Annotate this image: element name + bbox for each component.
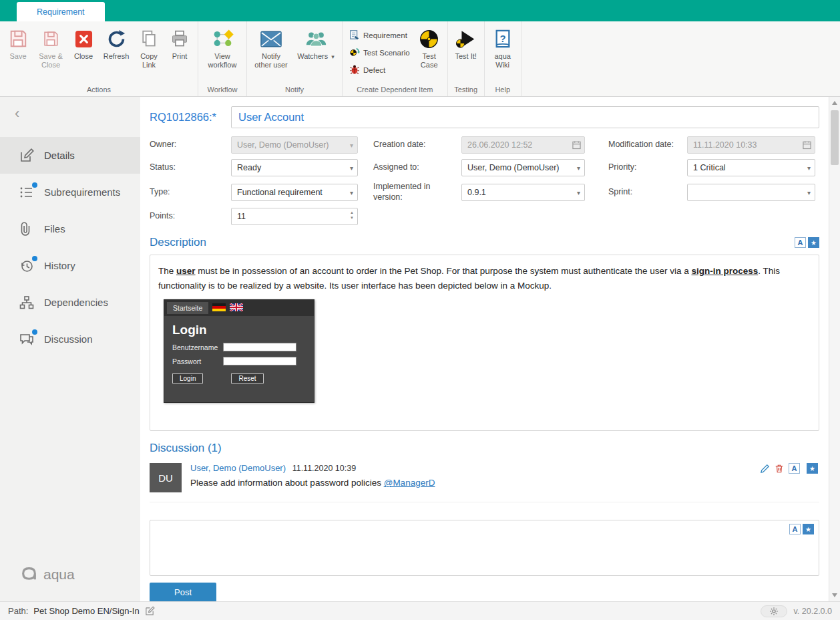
tab-requirement[interactable]: Requirement bbox=[17, 2, 105, 21]
ribbon-group-create-dependent-item: Requirement Test Scenario Defect bbox=[343, 21, 448, 96]
calendar-icon bbox=[572, 141, 581, 150]
chevron-down-icon: ▾ bbox=[807, 164, 811, 172]
format-text-icon[interactable]: A bbox=[789, 463, 800, 474]
requirement-form: Owner: User, Demo (DemoUser) ▾ Creation … bbox=[150, 136, 819, 225]
creation-date-field: 26.06.2020 12:52 bbox=[461, 136, 585, 154]
mockup-reset-button: Reset bbox=[231, 373, 263, 383]
print-label: Print bbox=[172, 52, 188, 61]
sprint-select[interactable]: ▾ bbox=[687, 184, 815, 201]
type-select[interactable]: Functional requirement ▾ bbox=[231, 184, 358, 201]
vertical-scrollbar[interactable] bbox=[829, 97, 840, 601]
format-text-icon[interactable]: A bbox=[795, 237, 806, 248]
description-editor[interactable]: The user must be in possession of an acc… bbox=[150, 255, 819, 431]
priority-select[interactable]: 1 Critical ▾ bbox=[687, 159, 815, 176]
comment-timestamp: 11.11.2020 10:39 bbox=[292, 464, 356, 473]
implemented-in-version-select[interactable]: 0.9.1 ▾ bbox=[461, 184, 585, 201]
new-comment-input[interactable]: A ★ bbox=[150, 520, 819, 576]
refresh-button[interactable]: Refresh bbox=[99, 24, 133, 63]
save-label: Save bbox=[9, 52, 26, 61]
create-requirement-label: Requirement bbox=[363, 31, 407, 39]
create-test-case-button[interactable]: Test Case bbox=[415, 24, 444, 72]
format-star-icon[interactable]: ★ bbox=[803, 524, 814, 534]
ribbon-group-create-dependent-item-label: Create Dependent Item bbox=[345, 84, 445, 96]
login-mockup-image: Startseite Login Benutzername Passwort bbox=[164, 299, 314, 403]
collapse-sidebar-button[interactable]: ‹ bbox=[0, 97, 140, 125]
scroll-down-arrow[interactable] bbox=[832, 593, 837, 597]
copy-link-button[interactable]: Copy Link bbox=[134, 24, 164, 72]
implemented-in-version-label: Implemented in version: bbox=[373, 182, 461, 202]
settings-gear-button[interactable] bbox=[761, 605, 787, 617]
ribbon-group-help: ? aqua Wiki Help bbox=[485, 21, 521, 96]
creation-date-label: Creation date: bbox=[373, 140, 461, 150]
envelope-icon bbox=[260, 27, 282, 51]
watchers-button[interactable]: Watchers ▾ bbox=[293, 24, 339, 63]
edit-comment-icon[interactable] bbox=[760, 464, 770, 474]
comment-mention-link[interactable]: @ManagerD bbox=[384, 478, 435, 488]
sidebar-item-files-label: Files bbox=[44, 223, 65, 235]
print-button[interactable]: Print bbox=[165, 24, 194, 63]
post-button[interactable]: Post bbox=[150, 583, 216, 601]
path-value: Pet Shop Demo EN/Sign-In bbox=[33, 606, 139, 616]
status-select[interactable]: Ready ▾ bbox=[231, 159, 358, 176]
points-input[interactable]: 11 ▲ ▼ bbox=[231, 208, 358, 225]
title-strip: Requirement bbox=[0, 0, 840, 21]
description-heading: Description bbox=[150, 236, 206, 249]
aqua-logo-icon bbox=[20, 566, 38, 583]
ribbon-group-notify-label: Notify bbox=[250, 84, 339, 96]
save-and-close-icon bbox=[42, 27, 59, 51]
gear-icon bbox=[769, 607, 779, 616]
view-workflow-label: View workflow bbox=[205, 52, 240, 69]
format-star-icon[interactable]: ★ bbox=[807, 463, 818, 474]
delete-comment-icon[interactable] bbox=[775, 464, 784, 474]
notification-dot bbox=[32, 182, 37, 188]
test-case-icon bbox=[419, 27, 439, 51]
scrollbar-thumb[interactable] bbox=[831, 110, 839, 165]
status-label: Status: bbox=[150, 162, 231, 173]
notify-other-user-button[interactable]: Notify other user bbox=[250, 24, 292, 72]
spinner-up-icon: ▲ bbox=[349, 210, 355, 215]
notification-dot bbox=[32, 329, 37, 335]
chevron-down-icon: ▾ bbox=[350, 142, 353, 149]
workflow-icon bbox=[212, 27, 234, 51]
close-label: Close bbox=[74, 52, 93, 61]
sidebar-item-discussion[interactable]: Discussion bbox=[0, 321, 140, 357]
view-workflow-button[interactable]: View workflow bbox=[202, 24, 243, 72]
comment-author[interactable]: User, Demo (DemoUser) bbox=[190, 463, 286, 473]
format-star-icon[interactable]: ★ bbox=[808, 237, 819, 248]
aqua-alm-window: Requirement Save Save & Close bbox=[0, 0, 840, 620]
ribbon-group-actions-label: Actions bbox=[3, 84, 195, 96]
create-test-scenario-button[interactable]: Test Scenario bbox=[345, 44, 414, 61]
aqua-wiki-label: aqua Wiki bbox=[491, 52, 514, 69]
sidebar-item-details[interactable]: Details bbox=[0, 137, 140, 174]
chevron-down-icon: ▾ bbox=[577, 188, 580, 196]
comment-text: Please add information about password po… bbox=[190, 478, 384, 488]
assigned-to-label: Assigned to: bbox=[373, 162, 461, 173]
title-input[interactable] bbox=[231, 106, 819, 128]
points-spinner[interactable]: ▲ ▼ bbox=[349, 210, 355, 220]
format-text-icon[interactable]: A bbox=[789, 524, 801, 534]
sidebar-navigation: ‹ Details Subrequirements Files History … bbox=[0, 97, 140, 601]
chevron-down-icon: ▾ bbox=[807, 188, 811, 196]
save-button[interactable]: Save bbox=[3, 24, 33, 63]
close-button[interactable]: Close bbox=[69, 24, 98, 63]
print-icon bbox=[170, 27, 189, 51]
sidebar-item-history[interactable]: History bbox=[0, 247, 140, 284]
svg-text:?: ? bbox=[499, 33, 505, 44]
sidebar-item-subrequirements[interactable]: Subrequirements bbox=[0, 174, 140, 210]
assigned-to-select[interactable]: User, Demo (DemoUser) ▾ bbox=[461, 159, 585, 176]
hierarchy-icon bbox=[19, 295, 35, 311]
close-icon bbox=[75, 27, 93, 51]
requirement-id: RQ1012866:* bbox=[150, 111, 231, 124]
refresh-icon bbox=[107, 27, 126, 51]
scroll-up-arrow[interactable] bbox=[832, 101, 837, 105]
sidebar-item-dependencies[interactable]: Dependencies bbox=[0, 284, 140, 321]
tab-requirement-label: Requirement bbox=[37, 7, 85, 17]
edit-path-icon[interactable] bbox=[145, 606, 155, 616]
test-it-button[interactable]: Test It! bbox=[451, 24, 481, 63]
create-requirement-button[interactable]: Requirement bbox=[345, 27, 414, 44]
sidebar-item-files[interactable]: Files bbox=[0, 210, 140, 247]
create-test-case-label: Test Case bbox=[418, 52, 441, 69]
create-defect-button[interactable]: Defect bbox=[345, 61, 414, 79]
save-and-close-button[interactable]: Save & Close bbox=[34, 24, 67, 72]
aqua-wiki-button[interactable]: ? aqua Wiki bbox=[488, 24, 517, 72]
